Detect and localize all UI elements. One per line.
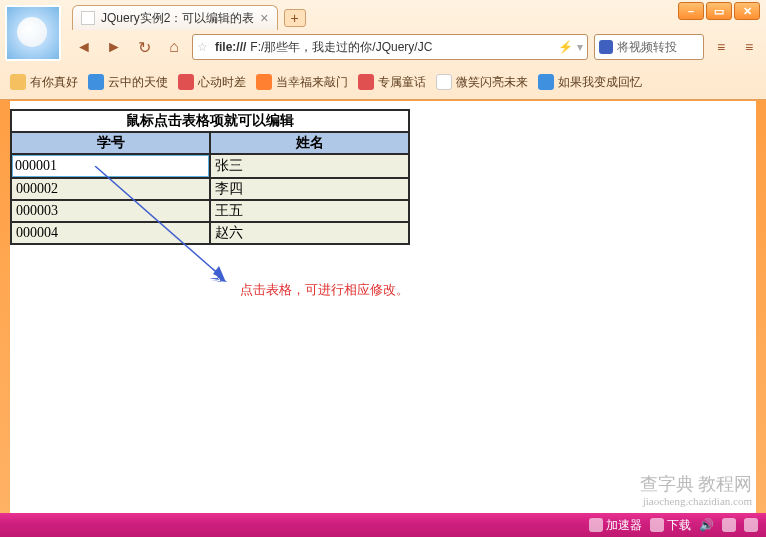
table-row: 000004赵六 [11, 222, 409, 244]
favorite-icon[interactable]: ☆ [197, 40, 211, 54]
cell-edit-input[interactable] [12, 155, 209, 177]
cell-name[interactable]: 王五 [210, 200, 409, 222]
cell-name[interactable]: 李四 [210, 178, 409, 200]
minimize-button[interactable]: – [678, 2, 704, 20]
cell-name[interactable]: 赵六 [210, 222, 409, 244]
tab-title: JQuery实例2：可以编辑的表 [101, 10, 254, 27]
bookmark-icon [538, 74, 554, 90]
url-dropdown-icon[interactable]: ▾ [577, 40, 583, 54]
cell-id[interactable]: 000002 [11, 178, 210, 200]
bookmark-label: 有你真好 [30, 74, 78, 91]
tab-close-icon[interactable]: × [260, 10, 268, 26]
sound-icon: 🔊 [699, 518, 714, 532]
tab-bar: JQuery实例2：可以编辑的表 × + [72, 5, 306, 30]
status-fullscreen[interactable] [744, 518, 758, 532]
table-row: 000002李四 [11, 178, 409, 200]
status-sound[interactable]: 🔊 [699, 518, 714, 532]
table-row: 000003王五 [11, 200, 409, 222]
bookmark-item[interactable]: 如果我变成回忆 [538, 74, 642, 91]
download-icon [650, 518, 664, 532]
refresh-button[interactable]: ↻ [132, 35, 156, 59]
bookmark-icon [88, 74, 104, 90]
svg-marker-2 [211, 270, 227, 282]
url-scheme: file:/// [215, 40, 246, 54]
status-download-label: 下载 [667, 517, 691, 534]
bookmark-label: 专属童话 [378, 74, 426, 91]
table-title: 鼠标点击表格项就可以编辑 [11, 110, 409, 132]
page-favicon-icon [81, 11, 95, 25]
bookmark-item[interactable]: 云中的天使 [88, 74, 168, 91]
bookmark-icon [178, 74, 194, 90]
fullscreen-icon [744, 518, 758, 532]
page-content: 鼠标点击表格项就可以编辑 学号 姓名 张三000002李四000003王五000… [10, 101, 756, 513]
maximize-button[interactable]: ▭ [706, 2, 732, 20]
accelerator-icon [589, 518, 603, 532]
browser-tab[interactable]: JQuery实例2：可以编辑的表 × [72, 5, 278, 30]
annotation-text: 点击表格，可进行相应修改。 [240, 281, 409, 299]
svg-marker-1 [209, 268, 223, 280]
bookmark-item[interactable]: 当幸福来敲门 [256, 74, 348, 91]
browser-logo [5, 5, 61, 61]
column-header-id: 学号 [11, 132, 210, 154]
toolbar-menu-2-icon[interactable]: ≡ [738, 39, 760, 55]
editable-table: 鼠标点击表格项就可以编辑 学号 姓名 张三000002李四000003王五000… [10, 109, 410, 245]
svg-marker-3 [213, 266, 225, 280]
back-button[interactable]: ◄ [72, 35, 96, 59]
bookmark-icon [256, 74, 272, 90]
url-text: F:/那些年，我走过的你/JQuery/JC [250, 39, 432, 56]
window-controls: – ▭ ✕ [678, 2, 760, 20]
status-accel-label: 加速器 [606, 517, 642, 534]
status-bar: 加速器 下载 🔊 [0, 513, 766, 537]
status-download[interactable]: 下载 [650, 517, 691, 534]
search-engine-icon [599, 40, 613, 54]
bookmark-label: 微笑闪亮未来 [456, 74, 528, 91]
bookmark-icon [436, 74, 452, 90]
cell-id[interactable]: 000004 [11, 222, 210, 244]
search-placeholder: 将视频转投 [617, 39, 677, 56]
search-box[interactable]: 将视频转投 [594, 34, 704, 60]
bookmark-item[interactable]: 专属童话 [358, 74, 426, 91]
bookmark-label: 当幸福来敲门 [276, 74, 348, 91]
forward-button[interactable]: ► [102, 35, 126, 59]
cell-id[interactable] [11, 154, 210, 178]
bookmark-label: 心动时差 [198, 74, 246, 91]
bookmark-label: 如果我变成回忆 [558, 74, 642, 91]
close-button[interactable]: ✕ [734, 2, 760, 20]
zoom-icon [722, 518, 736, 532]
column-header-name: 姓名 [210, 132, 409, 154]
bookmark-item[interactable]: 心动时差 [178, 74, 246, 91]
bookmark-icon [10, 74, 26, 90]
bookmark-icon [358, 74, 374, 90]
bookmark-label: 云中的天使 [108, 74, 168, 91]
url-bar[interactable]: ☆ file:/// F:/那些年，我走过的你/JQuery/JC ⚡ ▾ [192, 34, 588, 60]
bookmark-bar: 有你真好云中的天使心动时差当幸福来敲门专属童话微笑闪亮未来如果我变成回忆 [6, 68, 760, 96]
toolbar-menu-1-icon[interactable]: ≡ [710, 39, 732, 55]
table-row: 张三 [11, 154, 409, 178]
status-zoom[interactable] [722, 518, 736, 532]
bookmark-item[interactable]: 有你真好 [10, 74, 78, 91]
new-tab-button[interactable]: + [284, 9, 306, 27]
status-accelerator[interactable]: 加速器 [589, 517, 642, 534]
nav-bar: ◄ ► ↻ ⌂ ☆ file:/// F:/那些年，我走过的你/JQuery/J… [72, 32, 760, 62]
lightning-icon[interactable]: ⚡ [558, 40, 573, 54]
cell-id[interactable]: 000003 [11, 200, 210, 222]
cell-name[interactable]: 张三 [210, 154, 409, 178]
home-button[interactable]: ⌂ [162, 35, 186, 59]
bookmark-item[interactable]: 微笑闪亮未来 [436, 74, 528, 91]
